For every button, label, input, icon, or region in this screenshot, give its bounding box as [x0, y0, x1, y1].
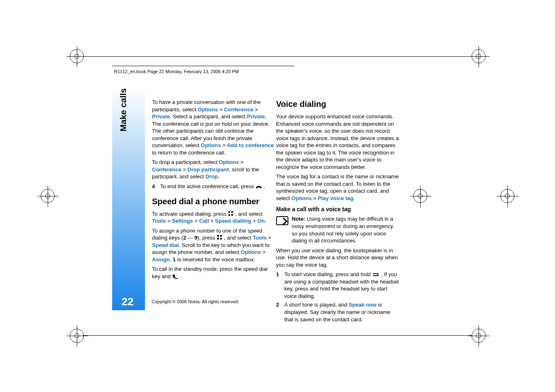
t: > [221, 142, 227, 148]
t: To activate speed dialing, press [152, 211, 228, 217]
link-options: Options [292, 195, 312, 201]
note-label: Note: [292, 216, 305, 222]
t: to return to the conference call. [152, 150, 226, 156]
list-item-2: 2 A short tone is played, and Speak now … [276, 301, 399, 323]
note-icon [276, 216, 288, 225]
svg-rect-5 [220, 235, 222, 237]
t: , and select [235, 211, 263, 217]
t: . [180, 273, 182, 279]
reg-mark-mc [413, 189, 427, 203]
svg-rect-3 [231, 214, 233, 216]
note-block: Note: Using voice tags may be difficult … [276, 215, 399, 244]
note-text: Note: Using voice tags may be difficult … [292, 215, 399, 244]
t: > [166, 218, 172, 224]
menu-key-icon [228, 211, 234, 217]
link-assign: Assign [152, 256, 170, 263]
key-9-icon: 9 [194, 235, 197, 241]
t: To drop a participant, select [152, 159, 219, 165]
svg-rect-1 [231, 211, 233, 213]
heading-voice-dialing: Voice dialing [276, 99, 399, 110]
link-speak-now: Speak now [349, 302, 377, 308]
link-options: Options [219, 159, 239, 165]
para: To drop a participant, select Options > … [152, 159, 274, 180]
link-conference: Conference [224, 106, 253, 113]
link-add-conference: Add to conference [227, 142, 274, 148]
reg-mark-tr [472, 49, 486, 63]
reg-mark-mr [500, 189, 514, 203]
link-options: Options [198, 106, 218, 113]
t: ), press [198, 235, 217, 241]
t: > [251, 218, 257, 224]
svg-rect-4 [217, 235, 219, 237]
key-1-icon: 1 [173, 256, 176, 263]
para: To activate speed dialing, press , and s… [152, 210, 274, 225]
para: To assign a phone number to one of the s… [152, 227, 274, 263]
page-header: R1112_en.book Page 22 Monday, February 1… [114, 69, 239, 74]
sidebar-gradient [112, 87, 145, 310]
link-drop: Drop [205, 173, 218, 180]
list-number: 2 [276, 301, 282, 323]
link-call: Call [199, 218, 209, 224]
link-settings: Settings [172, 218, 193, 224]
para: To have a private conversation with one … [152, 99, 274, 156]
link-speed-dial: Speed dial [152, 242, 179, 248]
t: is reserved for the voice mailbox. [176, 256, 256, 263]
para: Your device supports enhanced voice comm… [276, 113, 399, 171]
link-options: Options [201, 142, 221, 148]
t: > [253, 106, 258, 113]
link-tools: Tools [253, 235, 267, 241]
t: > [218, 106, 224, 113]
svg-rect-6 [217, 238, 219, 240]
reg-mark-bl [70, 329, 84, 343]
link-speed-dialling: Speed dialling [215, 218, 251, 224]
t: . [353, 195, 355, 201]
link-private: Private [247, 113, 265, 120]
reg-mark-ml [41, 189, 55, 203]
section-tab: Make calls [118, 88, 128, 131]
t: > [209, 218, 215, 224]
link-conference: Conference [152, 166, 182, 173]
menu-key-icon [217, 235, 223, 240]
svg-rect-7 [220, 238, 222, 240]
t: > [267, 235, 271, 241]
list-text: To end the active conference call, press… [160, 183, 274, 190]
list-item-4: 4 To end the active conference call, pre… [152, 183, 274, 190]
t: To call in the standby mode, press the s… [152, 266, 267, 279]
copyright-text: Copyright © 2006 Nokia. All rights reser… [152, 299, 240, 304]
list-number: 4 [152, 183, 158, 190]
t: . Select a participant, and select [170, 113, 247, 120]
t: > [261, 249, 265, 255]
crop-line-top [83, 56, 472, 57]
svg-rect-0 [228, 211, 230, 213]
para: To call in the standby mode, press the s… [152, 265, 274, 280]
t: , and select [224, 235, 253, 241]
link-private: Private [152, 113, 170, 120]
reg-mark-br [472, 329, 486, 343]
reg-mark-tl [70, 49, 84, 63]
heading-make-call-voice-tag: Make a call with a voice tag [276, 205, 399, 213]
t: > [312, 195, 318, 201]
header-underline [112, 66, 295, 66]
list-text: A short tone is played, and Speak now is… [284, 301, 399, 323]
call-key-icon [172, 274, 179, 279]
t: > [182, 166, 188, 173]
column-left: To have a private conversation with one … [152, 99, 274, 282]
link-tools: Tools [152, 218, 166, 224]
end-key-icon [256, 185, 262, 189]
para: The voice tag for a contact is the name … [276, 173, 399, 202]
link-options: Options [241, 249, 261, 255]
list-text: To start voice dialing, press and hold .… [284, 271, 399, 300]
para: When you use voice dialing, the loudspea… [276, 247, 399, 269]
t: — [186, 235, 194, 241]
list-item-1: 1 To start voice dialing, press and hold… [276, 271, 399, 300]
t: . [170, 256, 173, 263]
link-on: On [257, 218, 265, 224]
t: > [193, 218, 199, 224]
t: . [265, 218, 266, 224]
link-drop-participant: Drop participant [187, 166, 228, 173]
t: . [218, 173, 219, 180]
column-right: Voice dialing Your device supports enhan… [276, 99, 399, 325]
page-number: 22 [122, 295, 134, 308]
document-page: R1112_en.book Page 22 Monday, February 1… [0, 0, 555, 392]
list-number: 1 [276, 271, 282, 300]
